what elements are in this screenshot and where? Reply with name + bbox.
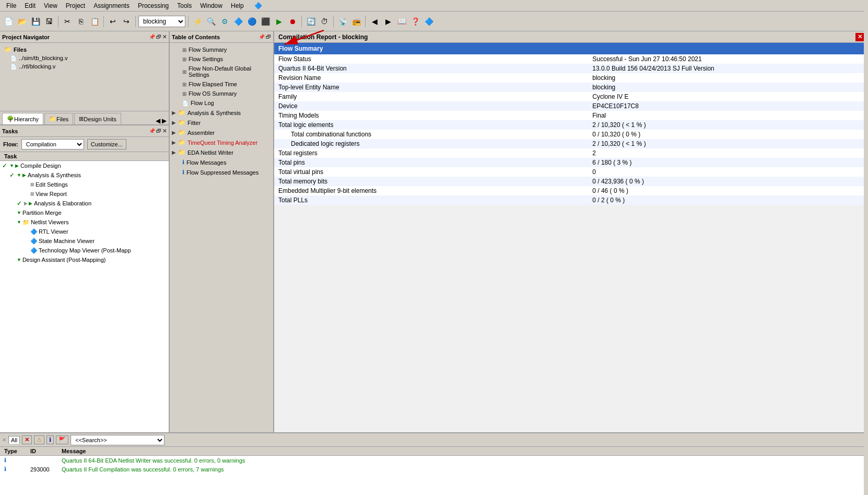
menu-project[interactable]: Project <box>62 1 89 10</box>
error-icon: ✕ <box>25 436 29 443</box>
nav-back-icon[interactable]: ◀ <box>156 117 160 124</box>
toc-item[interactable]: ℹFlow Messages <box>170 157 273 167</box>
toc-float-icon[interactable]: 🗗 <box>266 34 271 40</box>
menu-window[interactable]: Window <box>196 1 227 10</box>
menu-tools[interactable]: Tools <box>173 1 196 10</box>
tb-open2-button[interactable]: 🔄 <box>304 15 317 28</box>
tab-hierarchy[interactable]: 🌳 Hierarchy <box>2 113 43 124</box>
toc-item[interactable]: ℹFlow Suppressed Messages <box>170 167 273 177</box>
tb-analyze-button[interactable]: 🔍 <box>205 15 217 28</box>
menu-view[interactable]: View <box>40 1 62 10</box>
flow-dropdown[interactable]: Compilation <box>21 139 84 149</box>
tb-compile-button[interactable]: ⚡ <box>191 15 204 28</box>
task-item[interactable]: ⊞Edit Settings <box>0 180 169 189</box>
tb-synth-button[interactable]: ⚙ <box>218 15 231 28</box>
toc-item[interactable]: 📄Flow Log <box>170 98 273 108</box>
tb-prog-button[interactable]: 📡 <box>336 15 349 28</box>
tb-fwd-button[interactable]: ▶ <box>382 15 394 28</box>
message-row[interactable]: ℹ293000Quartus II Full Compilation was s… <box>0 465 868 474</box>
task-item[interactable]: ▼Design Assistant (Post-Mapping) <box>0 255 169 264</box>
tb-save2-button[interactable]: 🖫 <box>43 15 55 28</box>
toc-item[interactable]: ⊞Flow OS Summary <box>170 89 273 98</box>
summary-key: Embedded Multiplier 9-bit elements <box>274 186 588 195</box>
msg-type: ℹ <box>4 466 30 473</box>
file-item-sim[interactable]: 📄 ../sim/tb_blocking.v <box>0 54 169 62</box>
menu-file[interactable]: File <box>2 1 20 10</box>
toc-list: ⊞Flow Summary⊞Flow Settings⊞Flow Non-Def… <box>170 43 273 432</box>
tasks-close-icon[interactable]: ✕ <box>162 128 167 134</box>
revision-dropdown[interactable]: blocking <box>138 16 185 27</box>
tb-cut-button[interactable]: ✂ <box>61 15 74 28</box>
summary-row: Dedicated logic registers2 / 10,320 ( < … <box>274 139 868 148</box>
task-label: View Report <box>36 191 67 197</box>
close-icon[interactable]: ✕ <box>162 34 167 40</box>
tb-redo-button[interactable]: ↪ <box>120 15 133 28</box>
summary-row: Total logic elements2 / 10,320 ( < 1 % ) <box>274 120 868 130</box>
tb-copy-button[interactable]: ⎘ <box>75 15 87 28</box>
tb-help-button[interactable]: ❓ <box>409 15 421 28</box>
message-row[interactable]: ℹQuartus II 64-Bit EDA Netlist Writer wa… <box>0 456 868 465</box>
menu-extra[interactable]: 🔷 <box>250 1 266 10</box>
menu-help[interactable]: Help <box>227 1 248 10</box>
pin-icon[interactable]: 📌 <box>149 34 155 40</box>
menu-assignments[interactable]: Assignments <box>89 1 134 10</box>
tb-new-button[interactable]: 📄 <box>2 15 15 28</box>
task-item[interactable]: ✓▶▶Analysis & Elaboration <box>0 199 169 208</box>
tb-paste-button[interactable]: 📋 <box>88 15 101 28</box>
toc-item[interactable]: ▶📁Analysis & Synthesis <box>170 108 273 118</box>
search-dropdown[interactable]: <<Search>> <box>71 435 165 445</box>
task-item[interactable]: 🔷Technology Map Viewer (Post-Mapp <box>0 246 169 255</box>
tb-back-button[interactable]: ◀ <box>368 15 381 28</box>
task-item[interactable]: ✓▼▶Compile Design <box>0 161 169 170</box>
toc-item[interactable]: ⊞Flow Settings <box>170 54 273 64</box>
menu-edit[interactable]: Edit <box>20 1 40 10</box>
tb-stop-button[interactable]: ⬛ <box>259 15 272 28</box>
tasks-pin-icon[interactable]: 📌 <box>149 128 155 134</box>
tb-timer-button[interactable]: ⏱ <box>318 15 331 28</box>
task-item[interactable]: 🔷State Machine Viewer <box>0 236 169 246</box>
file-item-rtl[interactable]: 📄 ../rtl/blocking.v <box>0 62 169 71</box>
task-item[interactable]: ⊞View Report <box>0 189 169 199</box>
report-content: Flow Summary Flow StatusSuccessful - Sun… <box>274 43 868 432</box>
toc-arrow-icon: ▶ <box>172 149 176 155</box>
tb-extra-button[interactable]: 🔷 <box>423 15 435 28</box>
task-item[interactable]: ✓▼▶Analysis & Synthesis <box>0 170 169 180</box>
toc-item[interactable]: ▶📁EDA Netlist Writer <box>170 147 273 157</box>
info-filter-button[interactable]: ℹ <box>46 435 54 444</box>
task-item[interactable]: ▼Partition Merge <box>0 208 169 217</box>
toc-pin-icon[interactable]: 📌 <box>259 34 265 40</box>
tb-assem-button[interactable]: 🔵 <box>245 15 258 28</box>
customize-button[interactable]: Customize... <box>87 139 126 149</box>
toc-item[interactable]: ⊞Flow Summary <box>170 45 273 54</box>
toc-item[interactable]: ▶📁TimeQuest Timing Analyzer <box>170 137 273 147</box>
tb-run2-button[interactable]: ⏺ <box>286 15 299 28</box>
task-item[interactable]: ▼📁Netlist Viewers <box>0 217 169 227</box>
float-icon[interactable]: 🗗 <box>156 34 161 40</box>
tab-files[interactable]: 📁 Files <box>44 113 73 124</box>
tasks-float-icon[interactable]: 🗗 <box>156 128 161 134</box>
toc-folder-icon: 📁 <box>178 139 185 146</box>
tb-book-button[interactable]: 📖 <box>395 15 408 28</box>
error-filter-button[interactable]: ✕ <box>22 435 32 444</box>
warning-filter-button[interactable]: ⚠ <box>34 435 44 444</box>
summary-value: Final <box>588 111 868 120</box>
toc-item[interactable]: ⊞Flow Elapsed Time <box>170 79 273 89</box>
tb-open-button[interactable]: 📂 <box>16 15 28 28</box>
report-close-button[interactable]: ✕ <box>855 33 864 41</box>
tb-run-button[interactable]: ▶ <box>273 15 285 28</box>
summary-key: Total combinational functions <box>274 130 588 139</box>
toc-item[interactable]: ⊞Flow Non-Default Global Settings <box>170 64 273 79</box>
tb-fit-button[interactable]: 🔷 <box>232 15 244 28</box>
toc-item[interactable]: ▶📁Fitter <box>170 118 273 128</box>
menu-processing[interactable]: Processing <box>134 1 173 10</box>
all-tab-button[interactable]: All <box>8 436 20 444</box>
tb-save-button[interactable]: 💾 <box>29 15 42 28</box>
tb-prog2-button[interactable]: 📻 <box>350 15 362 28</box>
tab-design-units[interactable]: ⊞ Design Units <box>74 113 121 124</box>
toc-item[interactable]: ▶📁Assembler <box>170 128 273 137</box>
nav-tabs: 🌳 Hierarchy 📁 Files ⊞ Design Units ◀ ▶ <box>0 111 169 124</box>
flag-filter-button[interactable]: 🚩 <box>56 435 68 444</box>
tb-undo-button[interactable]: ↩ <box>107 15 119 28</box>
task-item[interactable]: 🔷RTL Viewer <box>0 227 169 236</box>
nav-fwd-icon[interactable]: ▶ <box>162 117 167 124</box>
